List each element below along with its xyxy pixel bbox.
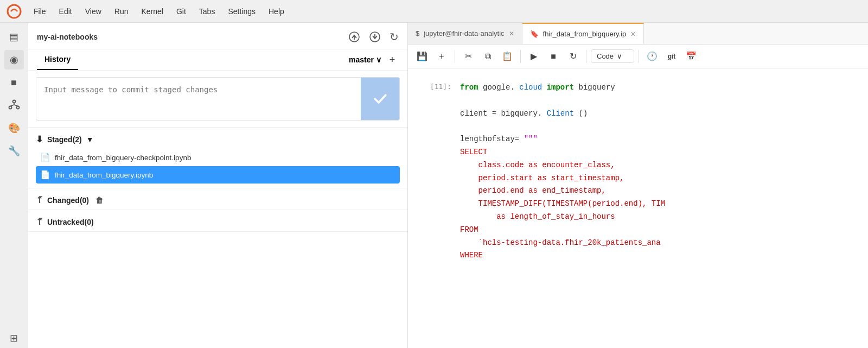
menu-kernel[interactable]: Kernel — [136, 5, 168, 18]
git-panel: my-ai-notebooks ↻ — [28, 23, 408, 348]
changed-label: Changed(0) — [47, 196, 89, 205]
code-line-8: period.start as start_timestamp, — [460, 172, 857, 185]
changed-section: ↑̄ Changed(0) 🗑 — [28, 188, 407, 210]
menu-settings[interactable]: Settings — [222, 5, 261, 18]
menu-tabs[interactable]: Tabs — [194, 5, 221, 18]
staged-download-icon: ⬇ — [36, 134, 43, 144]
staged-section-header[interactable]: ⬇ Staged(2) ▼ — [36, 128, 400, 149]
branch-selector[interactable]: master ∨ — [349, 55, 381, 64]
sidebar-icon-folder2[interactable]: ⊞ — [4, 328, 24, 348]
code-line-10: TIMESTAMP_DIFF(TIMESTAMP(period.end), TI… — [460, 198, 857, 211]
svg-point-3 — [16, 106, 19, 109]
terminal-tab-close[interactable]: ✕ — [509, 30, 514, 37]
code-area: [11]: from google. cloud import bigquery… — [408, 68, 868, 348]
git-panel-title: my-ai-notebooks — [37, 33, 98, 41]
code-cell-11: [11]: from google. cloud import bigquery… — [408, 79, 868, 264]
download-icon[interactable] — [369, 31, 381, 43]
triple-quote: """ — [524, 135, 538, 143]
file-icon-fhir: 📄 — [40, 170, 50, 180]
code-line-9: period.end as end_timestamp, — [460, 185, 857, 198]
sidebar-icon-git[interactable] — [4, 96, 24, 115]
tab-notebook[interactable]: 🔖 fhir_data_from_bigquery.ip ✕ — [522, 23, 644, 44]
staged-file-fhir[interactable]: 📄 fhir_data_from_bigquery.ipynb — [36, 166, 400, 184]
untracked-section-header[interactable]: ↑̄ Untracked(0) — [36, 210, 400, 231]
git-tabs: History master ∨ + — [28, 49, 407, 71]
upload-icon[interactable] — [348, 31, 360, 43]
notebook-tab-label: fhir_data_from_bigquery.ip — [543, 30, 627, 38]
untracked-section: ↑̄ Untracked(0) — [28, 210, 407, 232]
code-line-7: class.code as encounter_class, — [460, 159, 857, 172]
code-line-11: as length_of_stay_in_hours — [460, 211, 857, 224]
tab-terminal[interactable]: $ jupyter@fhir-data-analytic ✕ — [408, 23, 522, 44]
code-line-blank2 — [460, 120, 857, 133]
menu-help[interactable]: Help — [263, 5, 290, 18]
tab-bar: $ jupyter@fhir-data-analytic ✕ 🔖 fhir_da… — [408, 23, 868, 45]
toolbar-divider-3 — [586, 50, 586, 63]
save-button[interactable]: 💾 — [413, 48, 431, 65]
git-toolbar-button[interactable]: git — [663, 48, 680, 65]
file-name-checkpoint: fhir_data_from_bigquery-checkpoint.ipynb — [55, 154, 191, 162]
svg-line-6 — [14, 105, 18, 106]
menu-file[interactable]: File — [28, 5, 52, 18]
keyword-from: from — [460, 83, 478, 92]
code-line-6: SELECT — [460, 146, 857, 159]
keyword-client: Client — [547, 109, 574, 118]
untracked-label: Untracked(0) — [47, 218, 94, 226]
branch-chevron-icon: ∨ — [376, 55, 381, 64]
commit-message-input[interactable] — [36, 77, 361, 121]
commit-button[interactable] — [361, 77, 400, 121]
copy-button[interactable]: ⧉ — [479, 48, 496, 65]
changed-section-header[interactable]: ↑̄ Changed(0) 🗑 — [36, 188, 400, 210]
refresh-icon[interactable]: ↻ — [390, 30, 399, 43]
run-button[interactable]: ▶ — [525, 48, 542, 65]
svg-line-5 — [10, 105, 14, 106]
staged-file-checkpoint[interactable]: 📄 fhir_data_from_bigquery-checkpoint.ipy… — [36, 149, 400, 166]
sidebar-icon-circle[interactable]: ◉ — [4, 50, 24, 69]
menu-view[interactable]: View — [80, 5, 107, 18]
app-logo — [7, 4, 22, 19]
file-name-fhir: fhir_data_from_bigquery.ipynb — [55, 171, 153, 179]
cell-number: [11]: — [419, 81, 451, 91]
code-line-13: `hcls-testing-data.fhir_20k_patients_ana — [460, 237, 857, 250]
svg-point-2 — [9, 106, 11, 109]
paste-button[interactable]: 📋 — [499, 48, 516, 65]
clock-button[interactable]: 🕐 — [643, 48, 661, 65]
cell-content[interactable]: from google. cloud import bigquery clien… — [460, 81, 857, 262]
code-line-14: WHERE — [460, 249, 857, 262]
code-line-blank1 — [460, 94, 857, 107]
notebook-tab-icon: 🔖 — [530, 30, 539, 38]
menubar: File Edit View Run Kernel Git Tabs Setti… — [0, 0, 868, 23]
cell-type-dropdown[interactable]: Code ∨ — [591, 49, 634, 63]
sidebar-icon-folder[interactable]: ▤ — [4, 27, 24, 47]
code-line-3: client = bigquery. Client () — [460, 107, 857, 121]
cell-type-chevron: ∨ — [617, 52, 622, 60]
menu-git[interactable]: Git — [171, 5, 192, 18]
sidebar-icon-wrench[interactable]: 🔧 — [4, 141, 24, 161]
toolbar: 💾 + ✂ ⧉ 📋 ▶ ■ ↻ Code ∨ 🕐 git 📅 — [408, 45, 868, 68]
trash-icon[interactable]: 🗑 — [95, 196, 103, 205]
calendar-button[interactable]: 📅 — [682, 48, 700, 65]
staged-label: Staged(2) — [47, 135, 82, 144]
toolbar-divider-1 — [455, 50, 455, 63]
branch-name: master — [349, 55, 374, 64]
stop-button[interactable]: ■ — [545, 48, 562, 65]
code-line-12: FROM — [460, 224, 857, 237]
commit-area — [28, 71, 407, 128]
git-panel-header: my-ai-notebooks ↻ — [28, 23, 407, 49]
sidebar-icon-stop[interactable]: ■ — [4, 73, 24, 92]
terminal-tab-label: jupyter@fhir-data-analytic — [424, 29, 504, 37]
tab-history[interactable]: History — [37, 49, 78, 70]
restart-button[interactable]: ↻ — [564, 48, 582, 65]
menu-edit[interactable]: Edit — [54, 5, 78, 18]
branch-add-button[interactable]: + — [386, 53, 399, 66]
add-cell-button[interactable]: + — [433, 48, 450, 65]
sidebar-icon-palette[interactable]: 🎨 — [4, 118, 24, 138]
keyword-cloud: cloud — [519, 83, 542, 92]
svg-point-1 — [12, 100, 15, 103]
notebook-tab-close[interactable]: ✕ — [630, 30, 636, 38]
untracked-arrow-icon: ↑̄ — [36, 217, 43, 227]
menu-run[interactable]: Run — [109, 5, 134, 18]
svg-point-0 — [8, 5, 21, 18]
toolbar-divider-4 — [639, 50, 639, 63]
cut-button[interactable]: ✂ — [459, 48, 477, 65]
